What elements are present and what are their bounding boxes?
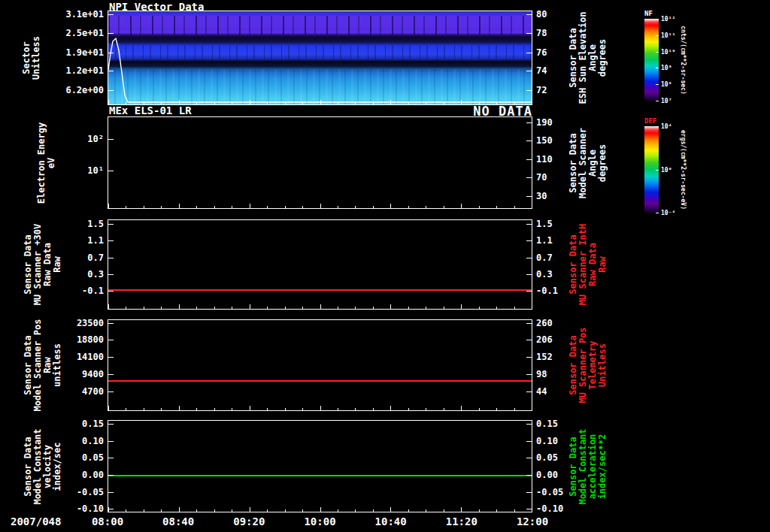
tick-mark xyxy=(526,458,532,458)
x-tick-mark xyxy=(285,307,286,309)
x-tick-mark xyxy=(338,307,338,309)
x-tick-mark xyxy=(444,509,444,512)
x-tick-mark xyxy=(496,509,497,512)
tick-label: 110 xyxy=(536,154,553,165)
x-tick-mark xyxy=(320,304,321,309)
plot-canvas: NPI Vector Data 3.1e+012.5e+011.9e+011.2… xyxy=(0,0,770,532)
tick-label: 152 xyxy=(536,352,553,362)
panel4-right-axis: 2602061529844 xyxy=(108,320,532,410)
panel5-right-axis: 0.150.100.050.00-0.05-0.10 xyxy=(108,421,532,512)
tick-label: 23500 xyxy=(77,318,104,328)
tick-mark xyxy=(656,170,659,171)
x-tick-mark xyxy=(390,406,391,410)
tick-label: 0.00 xyxy=(82,470,104,480)
tick-mark xyxy=(526,159,532,160)
tick-mark xyxy=(526,323,532,324)
tick-label: -0.05 xyxy=(77,487,104,497)
x-tick-mark xyxy=(373,206,374,208)
x-axis-tick-label: 10:40 xyxy=(375,515,407,527)
tick-mark xyxy=(526,240,532,241)
x-tick-mark xyxy=(285,408,286,410)
x-tick-mark xyxy=(179,204,180,208)
x-tick-mark xyxy=(532,507,532,512)
colorbar-def-title: DEF xyxy=(644,117,656,125)
tick-mark xyxy=(656,213,659,213)
x-tick-mark xyxy=(267,408,268,410)
x-tick-mark xyxy=(338,408,338,410)
x-tick-mark xyxy=(232,307,232,309)
tick-label: 10¹⁰ xyxy=(661,48,675,55)
x-tick-mark xyxy=(426,408,426,410)
tick-mark xyxy=(526,492,532,493)
x-tick-mark xyxy=(250,304,250,309)
tick-label: 3.1e+01 xyxy=(65,9,104,20)
x-tick-mark xyxy=(161,206,162,208)
tick-label: 10⁹ xyxy=(661,65,671,71)
x-tick-mark xyxy=(408,408,409,410)
x-tick-mark xyxy=(479,408,480,410)
x-tick-mark xyxy=(179,406,180,410)
x-tick-mark xyxy=(461,204,462,208)
tick-mark xyxy=(656,126,659,127)
x-tick-mark xyxy=(179,507,180,512)
x-tick-mark xyxy=(232,509,232,512)
x-tick-mark xyxy=(390,507,391,512)
tick-mark xyxy=(526,14,532,15)
x-tick-mark xyxy=(214,509,215,512)
x-tick-mark xyxy=(126,408,126,410)
tick-label: 10⁻⁴ xyxy=(661,210,675,216)
tick-mark xyxy=(526,196,532,197)
x-tick-mark xyxy=(108,507,109,512)
x-axis-tick-label: 09:20 xyxy=(233,515,265,527)
x-tick-mark xyxy=(532,304,532,309)
x-axis-date: 2007/048 xyxy=(11,515,61,527)
x-tick-mark xyxy=(320,406,321,410)
x-tick-mark xyxy=(302,307,303,309)
tick-label: 18800 xyxy=(77,334,104,345)
x-tick-mark xyxy=(214,408,215,410)
tick-label: 190 xyxy=(536,117,553,128)
tick-label: 10⁰ xyxy=(661,166,671,173)
panel-model-constant: 0.150.100.050.00-0.05-0.10 0.150.100.050… xyxy=(108,420,532,512)
x-tick-mark xyxy=(338,206,338,208)
x-tick-mark xyxy=(108,406,109,410)
tick-label: 10⁸ xyxy=(661,81,671,88)
x-tick-mark xyxy=(514,408,515,410)
tick-label: 14100 xyxy=(77,352,104,362)
panel-els-spectrogram: 10²10¹ 1901501107030 xyxy=(108,116,532,209)
tick-mark xyxy=(656,52,659,53)
x-tick-mark xyxy=(390,304,391,309)
tick-mark xyxy=(526,475,532,476)
tick-label: -0.1 xyxy=(536,286,558,296)
x-tick-mark xyxy=(196,509,197,512)
tick-label: 0.3 xyxy=(87,269,104,280)
x-tick-mark xyxy=(108,304,109,309)
x-tick-mark xyxy=(179,304,180,309)
tick-mark xyxy=(656,19,659,20)
colorbar-nf-scale: 10¹²10¹¹10¹⁰10⁹10⁸10⁷ xyxy=(644,19,659,101)
x-tick-mark xyxy=(479,206,480,208)
x-tick-mark xyxy=(426,307,426,309)
tick-label: 10¹² xyxy=(661,16,675,23)
tick-label: 0.00 xyxy=(536,470,558,480)
x-tick-mark xyxy=(302,408,303,410)
tick-label: 0.10 xyxy=(536,436,558,446)
tick-label: 10⁷ xyxy=(661,98,671,104)
tick-label: -0.1 xyxy=(82,286,104,296)
x-tick-mark xyxy=(355,206,356,208)
x-tick-mark xyxy=(496,408,497,410)
tick-mark xyxy=(526,391,532,392)
x-tick-mark xyxy=(426,206,426,208)
x-tick-mark xyxy=(355,509,356,512)
x-tick-mark xyxy=(250,507,250,512)
x-tick-mark xyxy=(250,406,250,410)
tick-mark xyxy=(656,101,659,101)
tick-label: 1.9e+01 xyxy=(65,47,104,58)
x-tick-mark xyxy=(408,206,409,208)
panel2-right-axis: 1901501107030 xyxy=(108,117,532,208)
x-tick-mark xyxy=(390,204,391,208)
x-tick-mark xyxy=(479,509,480,512)
tick-label: 78 xyxy=(536,28,547,38)
x-tick-mark xyxy=(355,408,356,410)
tick-label: 74 xyxy=(536,65,547,76)
